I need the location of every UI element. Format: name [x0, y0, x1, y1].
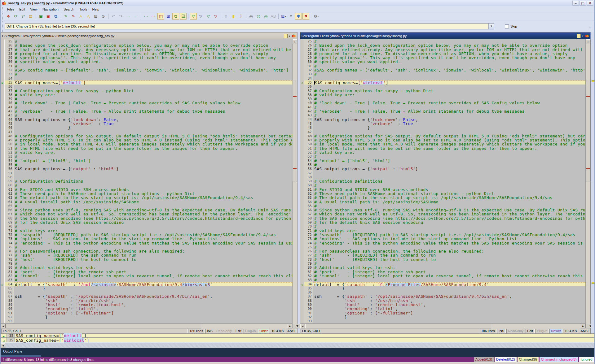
code-text[interactable]: # These need path to SASHome and optiona…: [14, 192, 292, 196]
code-text[interactable]: # 'port' - [integer] the remote ssh port: [313, 270, 585, 274]
code-line[interactable]: 73# 'options' - SAS options to include i…: [1, 237, 292, 241]
code-text[interactable]: #: [14, 262, 292, 266]
code-line[interactable]: 71# valid keys are:: [300, 229, 585, 233]
code-text[interactable]: #: [14, 163, 292, 167]
code-line[interactable]: 60#: [300, 183, 585, 187]
toolbar-overflow-icon[interactable]: ⌄: [588, 25, 593, 28]
code-text[interactable]: # Configuration Definitions: [313, 179, 585, 183]
code-text[interactable]: # 'saspath' - [REQUIRED] path to SAS sta…: [313, 233, 585, 237]
output-pane-bar[interactable]: Output Pane: [1, 348, 594, 357]
code-text[interactable]: # For passwordless ssh connection, the f…: [313, 249, 585, 253]
code-text[interactable]: # Additional valid keys for ssh:: [313, 266, 585, 270]
code-line[interactable]: 90 'encoding': 'latin1',: [1, 307, 292, 311]
code-text[interactable]: #: [313, 105, 585, 109]
code-line[interactable]: 44SAS_config_options = {'lock_down': Fal…: [300, 118, 585, 122]
code-line[interactable]: 60#: [1, 183, 292, 187]
code-text[interactable]: [313, 171, 585, 175]
code-text[interactable]: # for the default Unix SAS session encod…: [14, 220, 292, 224]
recompare-icon[interactable]: ⟳: [12, 13, 19, 20]
code-line[interactable]: 87ssh = {'saspath' : '/opt/sasinside/SAS…: [300, 294, 585, 298]
code-line[interactable]: 77# 'ssh' - [REQUIRED] the ssh command t…: [1, 253, 292, 257]
code-line[interactable]: 47: [1, 130, 292, 134]
code-line[interactable]: 83#: [1, 278, 292, 282]
code-line[interactable]: 93: [1, 319, 292, 323]
diff-pane-scrollbar[interactable]: ◀: [1, 343, 594, 348]
code-line[interactable]: 25#: [1, 39, 292, 43]
code-line[interactable]: 31#: [1, 64, 292, 68]
save-both-files-icon[interactable]: ⧉: [52, 13, 59, 20]
code-text[interactable]: # 'ssh' - [REQUIRED] the ssh command to …: [14, 253, 292, 257]
minimize-button[interactable]: –: [572, 1, 579, 6]
code-text[interactable]: #: [14, 39, 292, 43]
code-line[interactable]: 26# Based upon the lock_down configurati…: [300, 43, 585, 47]
edit-second-file-icon[interactable]: ✎: [70, 13, 77, 20]
code-text[interactable]: default = {'saspath' : '/opt/sasinside/S…: [14, 282, 292, 286]
code-text[interactable]: #: [313, 64, 585, 68]
code-line[interactable]: 52# valid key are:: [1, 150, 292, 154]
code-text[interactable]: }: [313, 126, 585, 130]
code-text[interactable]: # the HTML file will need to be put in t…: [14, 146, 292, 150]
code-line[interactable]: 55#: [300, 163, 585, 167]
scroll-up-icon[interactable]: ▲: [586, 39, 590, 44]
code-line[interactable]: 66# Since python uses utf-8, running SAS…: [300, 208, 585, 212]
code-text[interactable]: SAS_output_options = {'output' : 'html5'…: [313, 167, 585, 171]
code-text[interactable]: [14, 171, 292, 175]
code-text[interactable]: #: [313, 72, 585, 76]
code-text[interactable]: # 'host' - [REQUIRED] the host to connec…: [14, 258, 292, 262]
code-line[interactable]: 56SAS_output_options = {'output' : 'html…: [1, 167, 292, 171]
code-line[interactable]: 68# the SAS session encoding (see https:…: [1, 216, 292, 220]
code-text[interactable]: # For passwordless ssh connection, the f…: [14, 249, 292, 253]
code-text[interactable]: # properly with HTML 5.0 so it can also …: [14, 138, 292, 142]
code-text[interactable]: #: [14, 204, 292, 208]
code-line[interactable]: 76# For passwordless ssh connection, the…: [1, 249, 292, 253]
code-line[interactable]: 36: [1, 84, 292, 89]
code-text[interactable]: #: [313, 113, 585, 117]
code-text[interactable]: #: [14, 183, 292, 187]
code-line[interactable]: 83#: [300, 278, 585, 282]
code-text[interactable]: }: [14, 315, 292, 319]
code-line[interactable]: 87ssh = {'saspath' : '/opt/sasinside/SAS…: [1, 294, 292, 298]
scroll-up-icon[interactable]: ▲: [293, 39, 297, 44]
code-line[interactable]: 67# which does not work well as utf-8. S…: [1, 212, 292, 216]
code-text[interactable]: # 'host' - [REQUIRED] the host to connec…: [313, 258, 585, 262]
code-text[interactable]: SAS_config_names=['winlocal']: [313, 80, 585, 84]
code-text[interactable]: #: [14, 224, 292, 228]
code-text[interactable]: SAS_config_options = {'lock_down': False…: [14, 118, 292, 122]
code-line[interactable]: 54# 'output' = ['html5', 'html']: [1, 159, 292, 163]
code-text[interactable]: #: [313, 183, 585, 187]
code-line[interactable]: 32#SAS_config_names = ['default', 'ssh',…: [300, 68, 585, 72]
code-text[interactable]: # Configuration options for SAS output. …: [14, 134, 292, 138]
code-text[interactable]: 'verbose' : True: [14, 122, 292, 126]
code-text[interactable]: # 'verbose' - True | False. True = Allow…: [313, 109, 585, 113]
code-line[interactable]: 77# 'ssh' - [REQUIRED] the ssh command t…: [300, 253, 585, 257]
code-text[interactable]: [313, 175, 585, 179]
code-text[interactable]: SAS_config_names=['default']: [14, 80, 292, 84]
code-line[interactable]: 38# valid key are:: [1, 93, 292, 97]
show-first-pane-icon[interactable]: ▭: [143, 13, 149, 20]
sync-scroll-icon[interactable]: ⧉: [172, 13, 179, 20]
code-line[interactable]: 70#: [300, 224, 585, 228]
code-text[interactable]: [14, 130, 292, 134]
current-diff-icon[interactable]: ▮: [230, 13, 237, 20]
code-line[interactable]: ◁84default = {'saspath' : 'C:/Program Fi…: [300, 282, 585, 286]
code-text[interactable]: 'options' : ["-fullstimer"]: [313, 311, 585, 315]
code-line[interactable]: 76# For passwordless ssh connection, the…: [300, 249, 585, 253]
code-line[interactable]: 27# that are defined already. Any necess…: [1, 48, 292, 52]
code-text[interactable]: #: [313, 154, 585, 158]
code-line[interactable]: 44SAS_config_options = {'lock_down': Fal…: [1, 118, 292, 122]
code-line[interactable]: 29# specify options=''. This way it's sp…: [300, 56, 585, 60]
code-text[interactable]: # prompted for at run time. To dissallow…: [14, 52, 292, 56]
diff-pane-row[interactable]: ▶35SAS_config_names=['default']: [1, 333, 594, 338]
first-hscrollbar[interactable]: ◀ ▶: [1, 323, 292, 328]
compare-files-icon[interactable]: ❖: [5, 13, 12, 20]
code-line[interactable]: 42# 'verbose' - True | False. True = All…: [1, 109, 292, 113]
preview-icon[interactable]: ⊙: [100, 13, 107, 20]
code-text[interactable]: # Since python uses utf-8, running SAS w…: [14, 208, 292, 212]
code-text[interactable]: # 'encoding' - This is the python encodi…: [14, 241, 292, 245]
code-text[interactable]: # 'output' = ['html5', 'html']: [313, 159, 585, 163]
code-text[interactable]: }: [14, 286, 292, 290]
code-text[interactable]: [313, 319, 585, 323]
code-line[interactable]: 49# properly with HTML 5.0 so it can als…: [1, 138, 292, 142]
code-line[interactable]: 34: [300, 76, 585, 80]
code-line[interactable]: 67# which does not work well as utf-8. S…: [300, 212, 585, 216]
